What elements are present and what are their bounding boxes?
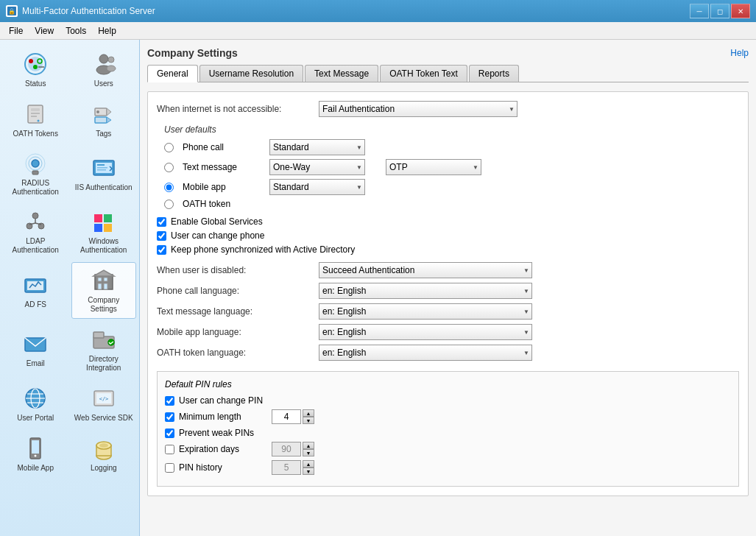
pin-history-spinner-buttons: ▲ ▼ — [303, 460, 314, 475]
mobile-app-radio[interactable] — [164, 183, 174, 192]
min-length-spinner-buttons: ▲ ▼ — [303, 409, 314, 424]
expiration-spinner: ▲ ▼ — [272, 442, 314, 456]
min-length-label: Minimum length — [179, 412, 267, 422]
svg-rect-12 — [31, 108, 40, 111]
when-disabled-select[interactable]: Succeed Authentication Fail Authenticati… — [319, 262, 532, 278]
pin-history-checkbox[interactable] — [165, 463, 174, 473]
sidebar-item-adfs[interactable]: AD FS — [3, 262, 68, 319]
text-otp-select[interactable]: OTP PIN+OTP — [386, 159, 481, 175]
app-icon: 🔒 — [6, 5, 18, 17]
sidebar-item-status[interactable]: Status — [3, 46, 68, 93]
phone-call-select-wrapper: Standard Custom — [269, 139, 365, 155]
sidebar-item-webservice[interactable]: </> Web Service SDK — [71, 380, 137, 427]
section-header: Company Settings Help — [147, 47, 749, 59]
svg-rect-44 — [104, 278, 107, 281]
svg-marker-20 — [107, 117, 111, 123]
sidebar-item-windows[interactable]: Windows Authentication — [71, 204, 137, 259]
expiration-input[interactable] — [272, 442, 301, 456]
phone-call-radio[interactable] — [164, 143, 174, 152]
keep-sync-checkbox[interactable] — [157, 245, 166, 255]
svg-rect-19 — [95, 117, 107, 123]
min-length-down-button[interactable]: ▼ — [303, 417, 314, 424]
window-title: Multi-Factor Authentication Server — [22, 6, 155, 16]
tab-general[interactable]: General — [147, 65, 198, 82]
enable-global-checkbox[interactable] — [157, 217, 166, 227]
min-length-up-button[interactable]: ▲ — [303, 409, 314, 417]
mobile-app-select[interactable]: Standard Custom — [269, 179, 365, 195]
svg-rect-39 — [104, 224, 112, 232]
windows-icon — [91, 208, 117, 235]
sidebar-item-tags[interactable]: Tags — [71, 96, 137, 143]
oath-language-select[interactable]: en: English fr: French de: German — [319, 345, 532, 361]
text-message-select-wrapper: One-Way Two-Way — [269, 159, 365, 175]
expiration-down-button[interactable]: ▼ — [303, 449, 314, 456]
directory-icon — [91, 326, 117, 353]
oath-token-radio[interactable] — [164, 200, 174, 209]
text-language-label: Text message language: — [157, 306, 319, 317]
pin-history-down-button[interactable]: ▼ — [303, 468, 314, 475]
phone-language-select[interactable]: en: English fr: French de: German — [319, 283, 532, 299]
sidebar-label-logging: Logging — [91, 464, 117, 473]
svg-rect-24 — [32, 171, 38, 174]
mobile-language-label: Mobile app language: — [157, 327, 319, 337]
sidebar-item-radius[interactable]: RADIUS Authentication — [3, 146, 68, 201]
menu-file[interactable]: File — [3, 24, 29, 38]
sidebar-item-email[interactable]: Email — [3, 322, 68, 377]
sidebar-item-directory[interactable]: Directory Integration — [71, 322, 137, 377]
prevent-weak-checkbox[interactable] — [165, 429, 174, 438]
menu-tools[interactable]: Tools — [60, 24, 92, 38]
text-message-radio[interactable] — [164, 163, 174, 172]
sidebar-item-company[interactable]: Company Settings — [71, 262, 137, 319]
pin-rules-section: Default PIN rules User can change PIN Mi… — [157, 371, 739, 487]
sidebar-item-iis[interactable]: IIS Authentication — [71, 146, 137, 201]
expiration-checkbox[interactable] — [165, 445, 174, 454]
tab-oath[interactable]: OATH Token Text — [380, 65, 467, 82]
radius-icon — [22, 150, 49, 177]
sidebar-label-iis: IIS Authentication — [75, 183, 133, 192]
sidebar-label-status: Status — [25, 80, 46, 88]
sidebar-item-logging[interactable]: Logging — [71, 430, 137, 477]
when-disabled-select-wrapper: Succeed Authentication Fail Authenticati… — [319, 262, 532, 278]
restore-button[interactable]: ◻ — [710, 4, 729, 18]
oath-language-row: OATH token language: en: English fr: Fre… — [157, 345, 739, 361]
text-language-select[interactable]: en: English fr: French de: German — [319, 303, 532, 320]
user-change-pin-checkbox[interactable] — [165, 396, 174, 406]
sidebar-item-users[interactable]: Users — [71, 46, 137, 93]
keep-sync-row: Keep phone synchronized with Active Dire… — [157, 244, 739, 255]
minimize-button[interactable]: ─ — [690, 4, 709, 18]
sidebar-label-users: Users — [94, 80, 113, 88]
user-defaults-section: User defaults Phone call Standard Custom — [164, 124, 739, 209]
menu-view[interactable]: View — [29, 24, 60, 38]
svg-rect-27 — [97, 164, 105, 166]
internet-select[interactable]: Fail Authentication Succeed Authenticati… — [319, 101, 517, 117]
close-button[interactable]: ✕ — [731, 4, 750, 18]
sidebar-item-ldap[interactable]: LDAP Authentication — [3, 204, 68, 259]
text-message-select[interactable]: One-Way Two-Way — [269, 159, 365, 175]
svg-rect-14 — [31, 116, 37, 117]
help-link[interactable]: Help — [730, 48, 749, 58]
pin-history-input[interactable] — [272, 460, 301, 475]
mobile-language-select[interactable]: en: English fr: French de: German — [319, 324, 532, 340]
sidebar-label-radius: RADIUS Authentication — [6, 179, 66, 197]
status-icon — [22, 51, 49, 77]
sidebar-item-portal[interactable]: User Portal — [3, 380, 68, 427]
expiration-up-button[interactable]: ▲ — [303, 442, 314, 449]
tab-reports[interactable]: Reports — [469, 65, 519, 82]
menu-help[interactable]: Help — [92, 24, 122, 38]
pin-history-up-button[interactable]: ▲ — [303, 460, 314, 468]
prevent-weak-label: Prevent weak PINs — [179, 428, 254, 438]
min-length-input[interactable] — [272, 409, 301, 424]
sidebar-item-mobileapp[interactable]: Mobile App — [3, 430, 68, 477]
portal-icon — [22, 385, 49, 412]
oath-language-label: OATH token language: — [157, 348, 319, 358]
phone-call-select[interactable]: Standard Custom — [269, 139, 365, 155]
sidebar-label-email: Email — [27, 359, 45, 368]
min-length-checkbox[interactable] — [165, 412, 174, 422]
sidebar-item-oath-tokens[interactable]: OATH Tokens — [3, 96, 68, 143]
tab-textmsg[interactable]: Text Message — [305, 65, 378, 82]
sidebar-grid: Status Users — [3, 46, 136, 477]
user-change-phone-checkbox[interactable] — [157, 231, 166, 241]
company-icon — [91, 267, 117, 294]
general-tab-content: When internet is not accessible: Fail Au… — [147, 91, 749, 496]
tab-username[interactable]: Username Resolution — [199, 65, 303, 82]
